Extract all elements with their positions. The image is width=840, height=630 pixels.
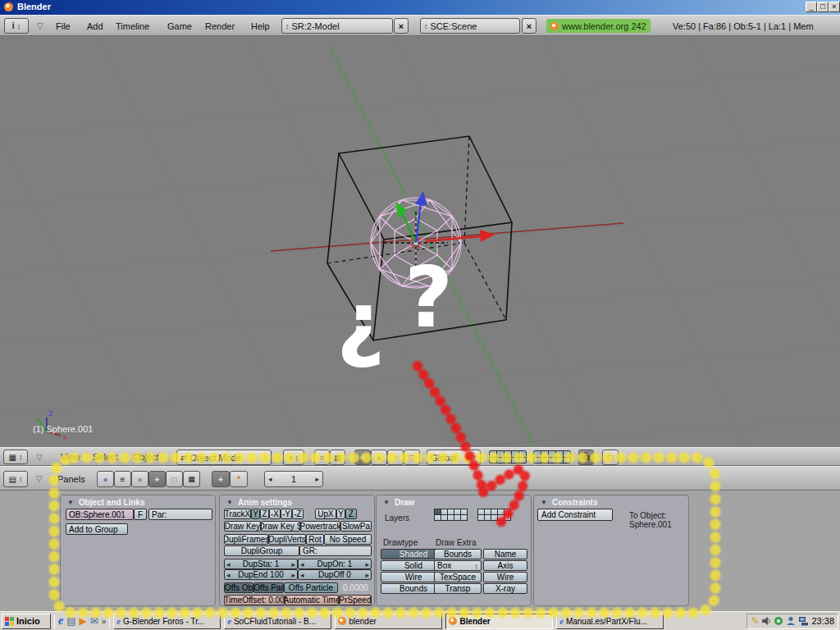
screen-delete-button[interactable]: × [394, 18, 409, 34]
increment-icon[interactable]: ▸ [291, 560, 295, 568]
menu-file[interactable]: File [56, 21, 71, 31]
task-button-5[interactable]: e Manual.es/PartX/Flu... [556, 614, 664, 629]
name-toggle[interactable]: Name [483, 549, 527, 559]
no-speed-toggle[interactable]: No Speed [324, 534, 372, 545]
snap-button[interactable]: ▦ [330, 450, 345, 465]
dupend-field[interactable]: ◂ DupEnd 100 ▸ [224, 569, 298, 580]
tray-msn-icon[interactable] [774, 616, 783, 626]
tracky-toggle[interactable]: Y [251, 509, 260, 519]
window-type-button[interactable]: i ↕ [4, 18, 29, 34]
draw-key-sel-toggle[interactable]: Draw Key S [261, 521, 300, 532]
slowparent-toggle[interactable]: SlowPa [340, 521, 372, 532]
mode-selector[interactable]: ⇄ Object Mode ↕ [176, 450, 272, 465]
fake-user-button[interactable]: F [134, 509, 147, 520]
tray-volume-icon[interactable] [761, 616, 771, 626]
lock-layers-button[interactable] [578, 450, 594, 465]
offs-ob-toggle[interactable]: Offs Ob [224, 582, 253, 593]
restore-button[interactable]: □ [817, 2, 829, 12]
3d-viewport[interactable]: Z x (1) Sphere.001 ¿ ? [0, 36, 840, 447]
panel-collapse-icon[interactable]: ▼ [67, 499, 74, 506]
increment-icon[interactable]: ▸ [291, 571, 295, 579]
increment-icon[interactable]: ▸ [365, 571, 369, 579]
layer-grid-right[interactable] [478, 509, 517, 521]
menu-select[interactable]: Select [93, 452, 118, 462]
menu-add[interactable]: Add [87, 21, 103, 31]
editor-type-button[interactable]: ▦ ↕ [3, 450, 28, 464]
wire-toggle[interactable]: Wire [483, 572, 527, 582]
upx-toggle[interactable]: UpX [315, 509, 336, 519]
screen-selector[interactable]: ↕ SR:2-Model [281, 18, 393, 34]
orientation-selector[interactable]: Global ↕ [427, 450, 481, 465]
render-preview-button[interactable]: □ [602, 450, 619, 465]
task-button-4[interactable]: Blender [445, 614, 553, 629]
decrement-icon[interactable]: ◂ [300, 571, 304, 579]
dupsta-field[interactable]: ◂ DupSta: 1 ▸ [224, 559, 298, 569]
add-to-group-button[interactable]: Add to Group [66, 523, 128, 535]
draw-mode-selector[interactable]: ● ↕ [283, 450, 304, 465]
decrement-icon[interactable]: ◂ [226, 560, 231, 568]
manipulator-rotate[interactable]: ○ [387, 450, 404, 465]
frame-prev-icon[interactable]: ◂ [268, 475, 272, 483]
editing-context-button[interactable]: □ [166, 471, 183, 487]
panel-title[interactable]: Object and Links [79, 498, 145, 507]
track-negy-toggle[interactable]: -Y [281, 509, 292, 519]
layer-buttons-left[interactable] [489, 450, 527, 463]
scene-delete-button[interactable]: × [522, 18, 536, 34]
decrement-icon[interactable]: ◂ [300, 560, 304, 568]
automatic-time-button[interactable]: Automatic Time [285, 595, 339, 605]
gr-field[interactable]: GR: [299, 546, 372, 556]
axis-toggle[interactable]: Axis [483, 560, 527, 571]
dupon-field[interactable]: ◂ DupOn: 1 ▸ [298, 559, 372, 569]
layer-grid-left[interactable] [435, 509, 473, 521]
minimize-button[interactable]: _ [806, 2, 817, 12]
panel-collapse-icon[interactable]: ▼ [541, 499, 547, 506]
manipulator-translate[interactable]: ▲ [371, 450, 387, 465]
start-button[interactable]: Inicio [2, 614, 51, 629]
pivot-selector[interactable]: ○ [314, 450, 330, 465]
menu-render[interactable]: Render [205, 21, 235, 31]
offs-par-toggle[interactable]: Offs Par [253, 582, 284, 593]
upy-toggle[interactable]: Y [336, 509, 345, 519]
draw-key-toggle[interactable]: Draw Key [224, 521, 261, 532]
ob-name-field[interactable]: OB:Sphere.001 [66, 509, 134, 520]
tray-user-icon[interactable] [786, 616, 796, 626]
decrement-icon[interactable]: ◂ [226, 571, 231, 579]
powertrack-toggle[interactable]: Powertrack [300, 521, 340, 532]
panel-collapse-icon[interactable]: ▼ [226, 499, 233, 506]
frame-stepper[interactable]: ◂ 1 ▸ [264, 471, 323, 487]
add-constraint-button[interactable]: Add Constraint [537, 509, 613, 521]
dupoff-field[interactable]: ◂ DupOff 0 ▸ [298, 569, 372, 580]
menu-object[interactable]: Object [133, 452, 159, 462]
panel-collapse-icon[interactable]: ▼ [383, 499, 390, 506]
close-button[interactable]: × [829, 2, 840, 12]
extra-bounds-toggle[interactable]: Bounds [434, 549, 482, 559]
rot-toggle[interactable]: Rot [306, 534, 324, 545]
scene-selector[interactable]: ↕ SCE:Scene [420, 18, 520, 34]
manipulator-toggle[interactable]: + [354, 450, 371, 465]
physics-subcontext-button[interactable]: * [230, 471, 248, 487]
manipulator-scale[interactable]: □ [404, 450, 420, 465]
tray-pen-icon[interactable]: ✎ [751, 615, 759, 627]
script-context-button[interactable]: ≡ [114, 471, 131, 487]
upz-toggle[interactable]: Z [345, 509, 357, 519]
logic-context-button[interactable]: ● [97, 471, 114, 487]
menu-game[interactable]: Game [167, 21, 192, 31]
quicklaunch-desktop-icon[interactable]: ▤ [66, 616, 75, 626]
offs-particle-toggle[interactable]: Offs Particle [284, 582, 338, 593]
transp-toggle[interactable]: Transp [434, 583, 482, 594]
header-collapse-toggle[interactable]: ▽ [36, 453, 43, 462]
xray-toggle[interactable]: X-ray [483, 583, 527, 594]
menu-timeline[interactable]: Timeline [116, 21, 149, 31]
editor-type-button[interactable]: ▤ ↕ [3, 471, 28, 487]
prspeed-button[interactable]: PrSpeed [339, 595, 372, 605]
shading-context-button[interactable]: ● [131, 471, 148, 487]
dupliverts-toggle[interactable]: DupliVerts [268, 534, 306, 545]
increment-icon[interactable]: ▸ [365, 560, 369, 568]
quicklaunch-overflow-chevron[interactable]: » [102, 617, 107, 626]
layer-buttons-right[interactable] [533, 450, 571, 463]
timeoffset-field[interactable]: TimeOffset: 0.00 [224, 595, 285, 605]
menu-view[interactable]: View [61, 452, 80, 462]
dupligroup-toggle[interactable]: DupliGroup [224, 546, 299, 556]
texspace-toggle[interactable]: TexSpace [434, 572, 482, 582]
panel-title[interactable]: Draw [395, 498, 414, 507]
